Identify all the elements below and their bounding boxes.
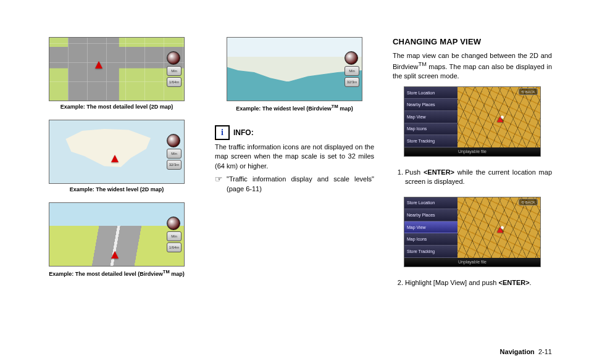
map-screenshot-2d-close: Min 1/64m bbox=[49, 37, 185, 101]
vehicle-marker-icon bbox=[95, 61, 102, 68]
step-1: Push <ENTER> while the current location … bbox=[405, 168, 552, 187]
info-body-text: The traffic information icons are not di… bbox=[215, 143, 374, 171]
status-bar: Unplayable file bbox=[404, 258, 540, 267]
figure-menu-highlight: Store Location Nearby Places Map View Ma… bbox=[393, 194, 552, 270]
compass-icon bbox=[167, 134, 180, 147]
figure-birdview-detailed: Min 1/64m Example: The most detailed lev… bbox=[37, 202, 196, 283]
back-button: ⟲ BACK bbox=[519, 199, 538, 205]
scale-readout: 32/3m bbox=[167, 160, 182, 170]
road-shape bbox=[49, 226, 184, 266]
scale-button: Min bbox=[167, 149, 182, 159]
step-text: Highlight [Map View] and push bbox=[405, 279, 498, 286]
cross-reference: ☞ "Traffic information display and scale… bbox=[215, 175, 374, 194]
menu-item: Store Tracking bbox=[404, 135, 457, 147]
info-icon: i bbox=[215, 125, 230, 140]
map-screenshot-2d-wide: Min 32/3m bbox=[49, 120, 185, 184]
menu-item-selected: Map View bbox=[404, 221, 457, 234]
section-heading: CHANGING MAP VIEW bbox=[393, 37, 552, 46]
info-heading-row: i INFO: bbox=[215, 125, 374, 140]
side-menu: Store Location Nearby Places Map View Ma… bbox=[404, 197, 457, 258]
footer-section: Navigation bbox=[500, 348, 535, 355]
status-bar: Unplayable file bbox=[404, 147, 540, 156]
zoom-controls: Min 1/64m bbox=[167, 51, 182, 87]
menu-item: Map Icons bbox=[404, 233, 457, 246]
compass-icon bbox=[167, 51, 180, 65]
figure-caption: Example: The widest level (2D map) bbox=[70, 186, 164, 192]
side-menu: Store Location Nearby Places Map View Ma… bbox=[404, 87, 457, 147]
nav-menu-screenshot: Store Location Nearby Places Map View Ma… bbox=[404, 86, 541, 157]
menu-item: Map View bbox=[404, 111, 457, 123]
column-1: Min 1/64m Example: The most detailed lev… bbox=[37, 37, 196, 364]
caption-text: map) bbox=[338, 105, 353, 112]
step-list: Push <ENTER> while the current location … bbox=[393, 165, 552, 189]
figure-menu-default: Store Location Nearby Places Map View Ma… bbox=[393, 84, 552, 159]
figure-birdview-widest: Min 32/3m Example: The widest level (Bir… bbox=[215, 37, 374, 118]
zoom-controls: Min 1/64m bbox=[167, 217, 182, 252]
menu-item: Map Icons bbox=[404, 123, 457, 136]
step-text: Push bbox=[405, 168, 424, 176]
info-label: INFO: bbox=[233, 128, 254, 137]
xref-text: "Traffic information display and scale l… bbox=[227, 175, 374, 194]
step-text: . bbox=[530, 279, 532, 286]
enter-key: <ENTER> bbox=[498, 279, 529, 286]
scale-button: Min bbox=[345, 66, 359, 76]
scale-readout: 1/64m bbox=[167, 77, 182, 87]
map-screenshot-birdview-wide: Min 32/3m bbox=[227, 37, 362, 101]
step-list-continued: Highlight [Map View] and push <ENTER>. bbox=[393, 276, 552, 290]
page-footer: Navigation 2-11 bbox=[500, 348, 552, 355]
compass-icon bbox=[345, 51, 358, 65]
footer-page-number: 2-11 bbox=[538, 348, 552, 355]
menu-item: Store Location bbox=[404, 197, 457, 210]
trademark-superscript: TM bbox=[163, 269, 170, 275]
back-button: ⟲ BACK bbox=[519, 88, 538, 95]
scale-button: Min bbox=[167, 231, 182, 241]
nav-menu-screenshot-highlighted: Store Location Nearby Places Map View Ma… bbox=[404, 197, 541, 267]
vehicle-marker-icon bbox=[111, 155, 119, 162]
section-intro: The map view can be changed between the … bbox=[393, 51, 552, 81]
zoom-controls: Min 32/3m bbox=[167, 134, 182, 170]
zoom-controls: Min 32/3m bbox=[345, 51, 359, 87]
menu-item: Store Location bbox=[404, 87, 457, 99]
vehicle-marker-icon bbox=[497, 117, 503, 122]
vehicle-marker-icon bbox=[497, 227, 503, 233]
caption-text: Example: The widest level (Birdview bbox=[236, 105, 332, 112]
menu-item: Nearby Places bbox=[404, 99, 457, 111]
figure-2d-widest: Min 32/3m Example: The widest level (2D … bbox=[37, 120, 196, 199]
menu-item: Nearby Places bbox=[404, 209, 457, 221]
scale-readout: 32/3m bbox=[345, 77, 359, 87]
map-screenshot-birdview-close: Min 1/64m bbox=[49, 202, 185, 267]
compass-icon bbox=[167, 217, 180, 230]
figure-caption: Example: The widest level (BirdviewTM ma… bbox=[236, 104, 353, 112]
caption-text: Example: The most detailed level (Birdvi… bbox=[49, 271, 163, 277]
continent-shape bbox=[60, 125, 170, 170]
hand-pointer-icon: ☞ bbox=[215, 175, 223, 183]
figure-caption: Example: The most detailed level (2D map… bbox=[61, 104, 173, 110]
trademark-superscript: TM bbox=[332, 104, 338, 109]
column-3: CHANGING MAP VIEW The map view can be ch… bbox=[393, 37, 552, 364]
figure-caption: Example: The most detailed level (Birdvi… bbox=[49, 269, 184, 277]
manual-page: Min 1/64m Example: The most detailed lev… bbox=[0, 0, 589, 364]
shoreline-shape bbox=[227, 57, 362, 82]
figure-2d-detailed: Min 1/64m Example: The most detailed lev… bbox=[37, 37, 196, 116]
scale-readout: 1/64m bbox=[167, 242, 182, 252]
column-2: Min 32/3m Example: The widest level (Bir… bbox=[215, 37, 374, 364]
trademark-superscript: TM bbox=[419, 61, 427, 67]
scale-button: Min bbox=[167, 66, 182, 76]
menu-item: Store Tracking bbox=[404, 246, 457, 258]
step-2: Highlight [Map View] and push <ENTER>. bbox=[405, 278, 552, 287]
vehicle-marker-icon bbox=[111, 251, 119, 259]
caption-text: map) bbox=[170, 271, 185, 277]
enter-key: <ENTER> bbox=[424, 168, 454, 176]
